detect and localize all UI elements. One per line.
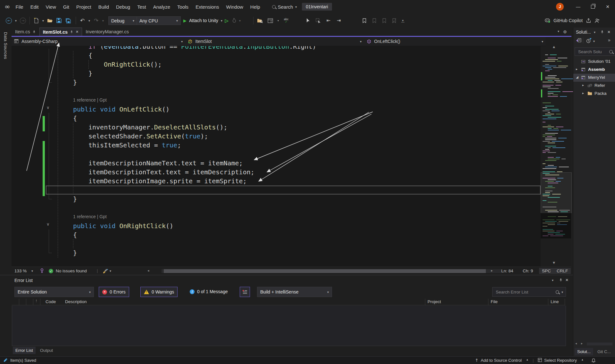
scope-dropdown[interactable]: Entire Solution▾ [14,287,94,297]
tab-git-changes[interactable]: Git C... [595,348,613,355]
method-icon [367,39,371,44]
warning-icon [144,290,149,294]
column-header-file[interactable]: File [491,299,498,304]
tab-output[interactable]: Output [37,347,56,354]
tab-solution-explorer[interactable]: Solut... [575,348,593,355]
column-header-description[interactable]: Description [65,299,87,304]
scroll-right-icon[interactable]: ▸ [491,269,493,273]
switch-views-icon[interactable] [576,38,581,44]
filter-dropdown-icon[interactable]: ▾ [593,39,595,43]
select-repository-button[interactable]: Select Repository [544,358,577,363]
share-icon[interactable] [586,17,591,24]
indent-mode-indicator[interactable]: SPC [539,268,554,274]
code-cleanup-icon[interactable] [103,269,108,275]
panel-menu-icon[interactable]: ▾ [552,278,553,282]
push-icon: ↑ [475,358,478,363]
column-indicator[interactable]: Ch: 9 [523,269,533,273]
tree-expanded-icon[interactable]: ◢ [576,75,578,79]
issues-status[interactable]: No issues found [56,269,87,273]
suppression-column-icon[interactable]: ! [36,299,37,303]
horizontal-scrollbar[interactable] [587,343,612,345]
errors-filter-button[interactable]: ✕ 0 Errors [99,287,129,297]
close-button[interactable]: ✕ [600,0,615,13]
line-ending-indicator[interactable]: CRLF [554,268,571,274]
document-health-icon[interactable] [40,268,44,274]
solution-search[interactable] [575,47,615,56]
navigation-bar: Assembly-CSharp ▾ ItemSlot ▾ OnLeftClick… [12,37,546,46]
tree-collapsed-icon[interactable]: ▸ [582,91,584,95]
solution-tree: Solution '01▸Assemb◢MerryYel▸Refer▸Packa [573,58,615,340]
minimize-button[interactable]: — [571,0,586,13]
search-icon [609,50,613,54]
scroll-left-icon[interactable]: ◂ [147,269,149,273]
minimap-change-marker [541,89,542,97]
add-user-icon[interactable] [594,17,600,24]
tab-error-list[interactable]: Error List [13,347,36,354]
document-dropdown-icon[interactable]: ▾ [558,29,559,34]
code-cleanup-dropdown-icon[interactable]: ▾ [110,269,111,273]
zoom-level-dropdown[interactable]: 133 % [14,269,27,273]
tree-item-solution-01[interactable]: Solution '01 [573,58,615,66]
folder-icon [587,91,592,96]
github-copilot-icon[interactable] [545,17,551,24]
tree-collapsed-icon[interactable]: ▸ [582,83,584,87]
close-icon[interactable]: ✕ [607,30,611,34]
caret-up-icon[interactable]: ▴ [527,358,528,361]
type-dropdown[interactable]: ItemSlot ▾ [185,37,364,46]
collapse-chevron-icon[interactable]: ∨ [46,222,50,227]
scroll-up-icon[interactable]: ▲ [553,45,555,48]
gear-icon[interactable]: ⚙ [563,29,567,34]
solution-explorer-panel: Soluti... ▾ ✕ ▾ » Solution '01▸Assemb◢Me… [573,28,615,356]
code-line: itemDescriptionNameText.text = itemName; [88,159,243,168]
codelens-references[interactable]: 1 reference | Gpt [73,214,107,219]
user-avatar[interactable]: J [556,3,564,11]
pending-changes-filter-icon[interactable] [586,38,592,44]
column-header-line[interactable]: Line [551,299,559,304]
minimap-viewport[interactable] [541,172,572,213]
add-to-source-control-button[interactable]: Add to Source Control [481,358,522,363]
copilot-label[interactable]: GitHub Copilot [553,18,583,23]
panel-menu-icon[interactable]: ▾ [594,30,595,34]
source-filter-dropdown[interactable]: Build + IntelliSense▾ [257,287,332,297]
horizontal-scrollbar-thumb[interactable] [164,269,486,273]
minimap[interactable]: ▲ ▼ [541,37,571,267]
project-icon [581,67,586,73]
member-dropdown[interactable]: OnLeftClick() ▾ [364,37,546,46]
issues-check-icon: ✓ [49,269,53,273]
tree-item-merryyel[interactable]: ◢MerryYel [573,74,615,82]
line-indicator[interactable]: Ln: 84 [501,269,513,273]
caret-up-icon[interactable]: ▴ [582,358,583,361]
error-list-grid[interactable] [12,306,566,346]
project-dropdown[interactable]: Assembly-CSharp ▾ [12,37,185,46]
scroll-right-icon[interactable]: ▸ [581,342,583,345]
tree-item-assemb[interactable]: ▸Assemb [573,66,615,74]
scroll-left-icon[interactable]: ◂ [575,342,577,345]
tree-collapsed-icon[interactable]: ▸ [576,67,578,71]
warnings-filter-button[interactable]: 0 Warnings [140,287,178,297]
scroll-down-icon[interactable]: ▼ [553,261,555,264]
notifications-bell-icon[interactable] [591,358,596,364]
restore-button[interactable] [586,0,600,13]
tree-item-refer[interactable]: ▸Refer [573,82,615,90]
solution-search-input[interactable] [578,49,607,54]
repository-icon [538,358,542,363]
column-header-code[interactable]: Code [46,299,56,304]
error-list-search-input[interactable] [495,289,553,295]
pin-icon[interactable] [600,30,604,35]
code-line: { [73,230,77,239]
code-line: itemDescriptionImage.sprite = itemSprite… [88,177,247,186]
code-line: { [73,114,77,123]
column-header-project[interactable]: Project [428,299,441,304]
collapse-chevron-icon[interactable]: ∨ [46,105,50,110]
tree-item-packa[interactable]: ▸Packa [573,90,615,98]
messages-filter-button[interactable]: i 0 of 1 Message [190,287,228,296]
zoom-dropdown-icon[interactable]: ▾ [31,269,33,273]
messages-toggle-button[interactable] [240,287,250,297]
close-icon[interactable]: ✕ [565,278,569,282]
code-line: } [73,78,77,87]
search-dropdown-icon[interactable]: ▾ [561,290,563,294]
error-list-search[interactable]: ▾ [492,287,566,297]
codelens-references[interactable]: 1 reference | Gpt [73,97,107,103]
toolbar-overflow-icon[interactable]: » [608,37,611,43]
pin-icon[interactable] [559,278,563,283]
